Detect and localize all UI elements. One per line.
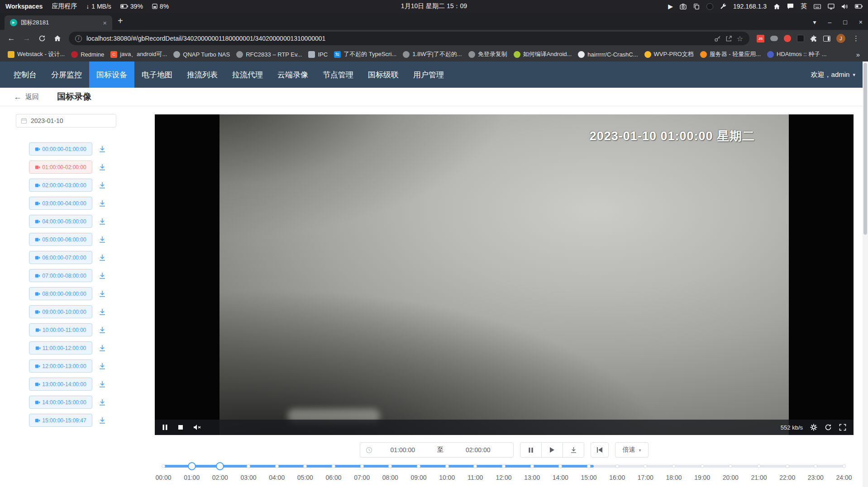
battery-tray-icon[interactable] [855,4,863,9]
page-scrollbar[interactable] [863,61,868,487]
bookmark-item[interactable]: Redmine [68,50,107,59]
play-button[interactable] [541,442,563,458]
download-segment-button[interactable] [99,363,106,370]
date-picker-input[interactable]: 2023-01-10 [16,114,116,128]
range-start-time[interactable]: 01:00:00 [372,446,433,454]
nav-tab-9[interactable]: 用户管理 [406,61,451,88]
nav-tab-6[interactable]: 云端录像 [270,61,315,88]
recording-segment-button[interactable]: 02:00:00-03:00:00 [29,179,92,192]
recording-segment-button[interactable]: 09:00:00-10:00:00 [29,305,92,318]
recording-segment-button[interactable]: 05:00:00-06:00:00 [29,233,92,246]
home-icon[interactable] [773,3,780,10]
bookmark-item[interactable]: WVP-PRO文档 [641,49,697,60]
nav-tab-4[interactable]: 推流列表 [180,61,225,88]
tab-search-chevron-icon[interactable]: ▾ [813,19,816,26]
back-link[interactable]: ← 返回 [14,92,39,102]
workspaces-button[interactable]: Workspaces [5,3,43,10]
bookmark-item[interactable]: RFC2833 – RTP Ev... [233,50,305,59]
download-segment-button[interactable] [99,272,106,279]
player-mute-icon[interactable] [193,424,201,430]
bookmark-star-icon[interactable]: ☆ [737,34,743,43]
timeline-slider[interactable]: 00:0001:0002:0003:0004:0005:0006:0007:00… [163,463,844,486]
player-settings-icon[interactable] [810,424,817,431]
bookmark-item[interactable]: Webstack - 设计... [5,49,68,60]
download-segment-button[interactable] [99,381,106,388]
bookmark-item[interactable]: IPC [305,50,331,59]
player-stop-icon[interactable] [178,425,183,430]
tab-close-icon[interactable]: × [101,19,109,27]
applications-menu[interactable]: 应用程序 [52,2,77,10]
video-player[interactable]: 2023-01-10 01:00:00 星期二 552 kb/s [155,114,854,435]
bookmark-item[interactable]: Cjava、android可... [107,49,170,60]
download-segment-button[interactable] [99,254,106,261]
display-icon[interactable] [828,4,835,9]
download-segment-button[interactable] [99,399,106,406]
dark-extension-icon[interactable] [797,35,804,42]
red-extension-icon[interactable] [784,35,791,42]
download-segment-button[interactable] [99,326,106,334]
browser-menu-icon[interactable]: ⋮ [851,34,861,43]
forward-button[interactable]: → [20,34,33,43]
bookmark-item[interactable]: 1.8W字|了不起的... [400,49,465,60]
bookmark-item[interactable]: 如何编译Android... [510,49,575,60]
timeline-start-handle[interactable] [188,462,196,470]
profile-avatar[interactable]: J [836,34,845,43]
timeline-end-handle[interactable] [216,462,224,470]
recording-segment-button[interactable]: 08:00:00-09:00:00 [29,287,92,300]
usage-indicator[interactable]: 8% [152,3,169,10]
player-pause-icon[interactable] [162,424,168,430]
recording-segment-button[interactable]: 04:00:00-05:00:00 [29,215,92,228]
recording-segment-button[interactable]: 03:00:00-04:00:00 [29,197,92,210]
keyboard-icon[interactable] [814,4,821,9]
nav-tab-2[interactable]: 国标设备 [89,61,134,88]
recording-segment-button[interactable]: 01:00:00-02:00:00 [29,161,92,174]
download-segment-button[interactable] [99,164,106,171]
recording-segment-button[interactable]: 07:00:00-08:00:00 [29,269,92,282]
volume-icon[interactable] [841,4,848,9]
bookmark-item[interactable]: 知了不起的 TypeScri... [331,49,400,60]
pause-button[interactable] [520,442,542,458]
app-indicator-icon[interactable] [706,3,713,10]
screenshot-icon[interactable] [680,4,687,9]
js-extension-icon[interactable]: JS [757,35,764,43]
browser-tab[interactable]: ▶ 国标28181 × [5,15,112,30]
window-minimize-button[interactable]: – [828,19,832,26]
bookmark-item[interactable]: 服务器 - 轻量应用... [697,49,764,60]
window-close-button[interactable]: × [859,19,863,26]
window-maximize-button[interactable]: □ [843,19,847,26]
network-speed-indicator[interactable]: ↓ 1 MB/s [86,3,111,10]
recording-segment-button[interactable]: 06:00:00-07:00:00 [29,251,92,264]
recording-segment-button[interactable]: 11:00:00-12:00:00 [29,341,92,355]
nav-tab-3[interactable]: 电子地图 [134,61,180,88]
time-range-picker[interactable]: 01:00:00 至 02:00:00 [360,442,514,458]
battery-indicator[interactable]: 39% [120,3,143,10]
nav-tab-5[interactable]: 拉流代理 [225,61,270,88]
tools-icon[interactable] [720,3,726,9]
download-segment-button[interactable] [99,417,106,424]
browser-home-button[interactable] [51,35,64,42]
user-menu[interactable]: 欢迎，admin ▾ [811,61,855,88]
recording-segment-button[interactable]: 10:00:00-11:00:00 [29,323,92,336]
bookmarks-overflow-icon[interactable]: » [853,51,863,58]
share-icon[interactable] [725,35,732,42]
download-segment-button[interactable] [99,345,106,352]
download-segment-button[interactable] [99,146,106,153]
reload-button[interactable] [35,35,49,42]
nav-tab-0[interactable]: 控制台 [6,61,44,88]
password-key-icon[interactable] [714,35,721,42]
seek-to-start-button[interactable] [591,442,609,458]
download-segment-button[interactable] [99,236,106,243]
player-fullscreen-icon[interactable] [839,424,846,431]
url-text[interactable]: localhost:38080/#/gbRecordDetail/3402000… [86,35,710,42]
extensions-puzzle-icon[interactable] [810,35,817,42]
bookmark-item[interactable]: hairrrrr/C-CrashC... [575,50,641,59]
new-tab-button[interactable]: + [118,16,123,26]
recording-segment-button[interactable]: 13:00:00-14:00:00 [29,378,92,391]
bookmark-item[interactable]: HDAtmos :: 种子 ... [764,49,830,60]
page-scrollbar-thumb[interactable] [863,63,867,235]
nav-tab-1[interactable]: 分屏监控 [44,61,89,88]
pill-extension-icon[interactable] [770,36,778,41]
clock[interactable]: 1月10日 星期二 15：09 [401,2,467,10]
nav-tab-7[interactable]: 节点管理 [315,61,361,88]
player-refresh-icon[interactable] [825,424,832,431]
